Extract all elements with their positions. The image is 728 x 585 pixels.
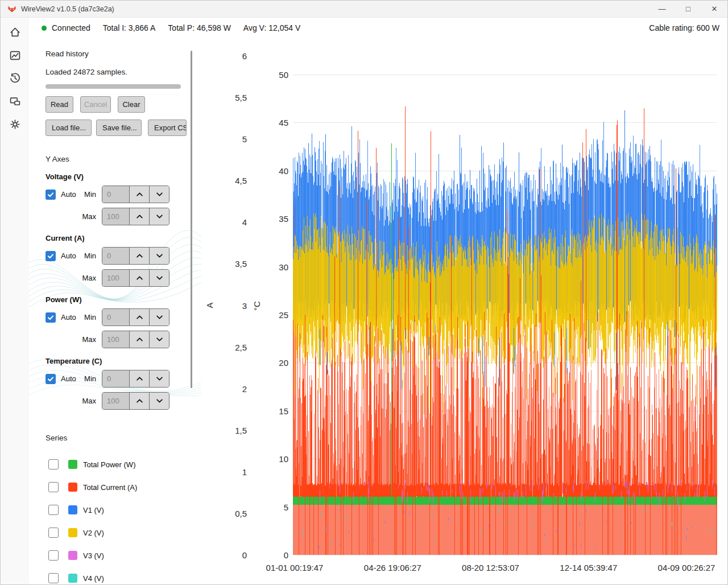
left-axis-tick: 1,5: [222, 425, 247, 435]
right-axis-tick: 50: [263, 70, 288, 80]
yaxis-group-title: Temperature (C): [46, 357, 171, 365]
series-label: V1 (V): [83, 506, 104, 514]
min-spinbox-down-button[interactable]: [149, 186, 169, 203]
right-axis-tick: 5: [263, 502, 288, 512]
max-label: Max: [82, 212, 96, 221]
chevron-down-icon: [156, 376, 163, 381]
max-label: Max: [82, 397, 96, 405]
export-csv-button[interactable]: Export CSV: [148, 120, 187, 136]
y-axes-groups: Voltage (V) Auto Min 0 Max 100 Current (…: [46, 172, 171, 418]
min-spinbox-up-button[interactable]: [129, 248, 149, 264]
chevron-up-icon: [136, 398, 143, 403]
nav-rail: [1, 18, 29, 584]
max-spinbox-up-button[interactable]: [129, 393, 149, 409]
cancel-button[interactable]: Cancel: [80, 96, 111, 113]
max-spinbox-up-button[interactable]: [129, 331, 149, 348]
read-history-title: Read history: [46, 50, 89, 58]
max-label: Max: [82, 335, 96, 344]
auto-label: Auto: [61, 252, 76, 260]
max-spinbox-down-button[interactable]: [149, 270, 169, 286]
read-button[interactable]: Read: [46, 96, 73, 113]
min-label: Min: [84, 252, 96, 260]
history-icon: [9, 72, 21, 84]
x-axis-tick: 04-09 00:26:27: [658, 563, 715, 572]
series-color-swatch: [68, 528, 77, 537]
series-label: V2 (V): [83, 529, 104, 537]
max-spinbox: 100: [102, 208, 169, 225]
left-axis-label: A: [205, 302, 214, 308]
nav-history-button[interactable]: [5, 68, 24, 88]
yaxis-group: Voltage (V) Auto Min 0 Max 100: [46, 172, 171, 225]
nav-home-button[interactable]: [5, 22, 24, 42]
history-plot[interactable]: [293, 49, 717, 555]
min-spinbox-value[interactable]: 0: [102, 370, 129, 387]
min-spinbox-down-button[interactable]: [149, 370, 169, 387]
max-spinbox-value[interactable]: 100: [102, 208, 129, 225]
min-spinbox-value[interactable]: 0: [102, 309, 129, 326]
auto-label: Auto: [61, 374, 76, 383]
min-label: Min: [84, 313, 96, 322]
max-spinbox: 100: [102, 392, 169, 410]
series-checkbox[interactable]: [48, 482, 59, 492]
min-spinbox-up-button[interactable]: [129, 186, 149, 203]
maximize-icon[interactable]: □: [675, 1, 701, 17]
series-checkbox[interactable]: [48, 550, 59, 561]
max-spinbox-up-button[interactable]: [129, 208, 149, 225]
nav-devices-button[interactable]: [5, 92, 24, 111]
save-file-button[interactable]: Save file...: [96, 120, 142, 136]
min-spinbox: 0: [102, 370, 169, 388]
right-axis-tick: 20: [263, 358, 288, 368]
right-axis-tick: 45: [263, 118, 288, 127]
series-label: V4 (V): [83, 574, 104, 583]
series-checkbox[interactable]: [48, 573, 59, 583]
settings-icon: [9, 118, 21, 130]
auto-checkbox[interactable]: [46, 189, 56, 200]
right-axis-tick: 40: [263, 166, 288, 175]
min-spinbox-down-button[interactable]: [149, 248, 169, 264]
clear-button[interactable]: Clear: [118, 96, 145, 113]
min-spinbox: 0: [102, 308, 169, 326]
series-color-swatch: [68, 551, 77, 560]
nav-settings-button[interactable]: [5, 114, 24, 134]
right-axis-tick: 25: [263, 310, 288, 320]
auto-checkbox[interactable]: [46, 374, 56, 384]
max-spinbox-value[interactable]: 100: [102, 393, 129, 409]
left-axis-tick: 2,5: [222, 342, 247, 352]
chevron-up-icon: [136, 214, 143, 219]
min-label: Min: [84, 374, 96, 383]
min-spinbox-value[interactable]: 0: [102, 248, 129, 264]
max-spinbox-down-button[interactable]: [149, 208, 169, 225]
check-icon: [47, 191, 54, 198]
min-label: Min: [84, 190, 96, 199]
series-color-swatch: [68, 574, 77, 583]
min-spinbox: 0: [102, 186, 169, 203]
series-item: V1 (V): [46, 499, 182, 521]
series-checkbox[interactable]: [48, 505, 59, 515]
check-icon: [47, 314, 54, 321]
max-spinbox-up-button[interactable]: [129, 270, 149, 286]
close-icon[interactable]: ✕: [701, 1, 727, 17]
chevron-down-icon: [156, 398, 163, 403]
series-item: V4 (V): [46, 567, 182, 584]
chevron-down-icon: [156, 192, 163, 197]
graph-icon: [9, 50, 21, 61]
minimize-icon[interactable]: —: [649, 1, 675, 17]
max-spinbox-down-button[interactable]: [149, 331, 169, 348]
auto-checkbox[interactable]: [46, 251, 56, 261]
series-checkbox[interactable]: [48, 528, 59, 538]
nav-graph-button[interactable]: [5, 46, 24, 65]
panel-scrollbar[interactable]: [191, 51, 192, 388]
min-spinbox-down-button[interactable]: [149, 309, 169, 326]
series-color-swatch: [68, 460, 77, 469]
max-spinbox-down-button[interactable]: [149, 393, 169, 409]
yaxis-group-title: Voltage (V): [46, 172, 171, 181]
left-axis-tick: 0,5: [222, 508, 247, 518]
max-spinbox-value[interactable]: 100: [102, 331, 129, 348]
min-spinbox-value[interactable]: 0: [102, 186, 129, 203]
max-spinbox-value[interactable]: 100: [102, 270, 129, 286]
auto-checkbox[interactable]: [46, 312, 56, 323]
series-checkbox[interactable]: [48, 459, 59, 469]
load-file-button[interactable]: Load file...: [46, 120, 92, 136]
min-spinbox-up-button[interactable]: [129, 309, 149, 326]
min-spinbox-up-button[interactable]: [129, 370, 149, 387]
